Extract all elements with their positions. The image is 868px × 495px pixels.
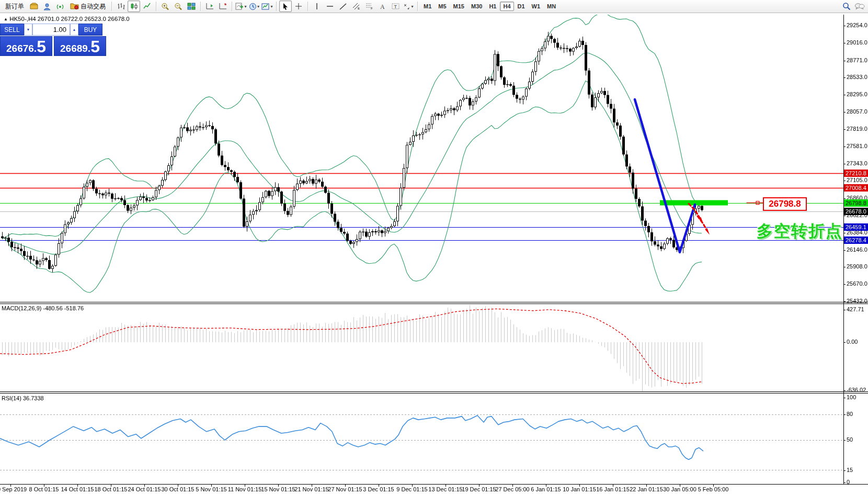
turning-point-note[interactable]: 多空转折点 (757, 220, 843, 242)
timeframe-button-d1[interactable]: D1 (515, 2, 528, 11)
zoom-in-icon[interactable] (159, 1, 172, 12)
toolbar-separator (156, 2, 156, 11)
price-tick-label: 25908.0 (847, 263, 867, 269)
line-chart-icon[interactable] (141, 1, 153, 12)
timeframe-button-m5[interactable]: M5 (435, 2, 449, 11)
new-order-button[interactable]: 新订单 (2, 1, 27, 13)
dropdown-arrow-icon: ▾ (270, 4, 272, 9)
time-tick-label: 5 Feb 05:00 (698, 486, 729, 492)
price-tick-label: 26146.0 (847, 246, 867, 253)
toolbar-separator (307, 2, 308, 11)
timeframe-button-w1[interactable]: W1 (529, 2, 544, 11)
bar-chart-icon[interactable] (115, 1, 127, 12)
indicator-tick-label: 100 (847, 394, 856, 400)
time-tick-label: 27 Dec 05:00 (495, 486, 529, 492)
autotrade-folder-icon (70, 2, 79, 11)
price-tick-label: 28533.0 (847, 74, 867, 80)
volume-input[interactable]: 1.00 (32, 24, 70, 36)
sell-price-pips: 5 (37, 39, 46, 54)
time-tick-label: 30 Oct 01:15 (162, 486, 195, 492)
symbol-ohlc-line: ▲ HK50-,H4 26701.0 26722.0 26523.0 26678… (4, 16, 130, 22)
price-tick-label: 27105.0 (847, 177, 867, 183)
svg-text:E: E (358, 7, 360, 10)
fibonacci-icon[interactable]: F (363, 1, 375, 12)
tile-windows-icon[interactable] (185, 1, 198, 12)
price-tick-label: 27581.0 (847, 143, 867, 149)
new-chart-dropdown[interactable]: ▾ (235, 1, 247, 12)
time-tick-label: 14 Oct 01:15 (61, 486, 94, 492)
chart-shift-icon[interactable] (203, 1, 216, 12)
profile-icon[interactable] (41, 1, 53, 12)
new-order-button-label: 新订单 (5, 2, 24, 11)
indicator-tick-label: 80 (847, 411, 853, 417)
horizontal-line-icon[interactable] (324, 1, 336, 12)
buy-price-button[interactable]: 26689.5 (54, 36, 106, 56)
price-callout[interactable]: 26798.8 (763, 197, 807, 211)
price-level-badge: 26278.4 (844, 237, 868, 244)
timeframe-button-m15[interactable]: M15 (450, 2, 467, 11)
crosshair-icon[interactable] (292, 1, 305, 12)
trade-panel-prices: 26676.5 26689.5 (0, 36, 108, 56)
buy-price-main: 26689. (60, 43, 90, 54)
price-callout-text: 26798.8 (769, 199, 801, 209)
indicator-tick-label: -636.02 (847, 387, 866, 393)
price-tick-label: 29254.0 (847, 22, 867, 28)
chat-icon[interactable] (853, 1, 866, 12)
trade-panel-controls: SELL ▾ 1.00 ▴ BUY (0, 24, 108, 36)
candlestick-icon[interactable] (128, 1, 140, 12)
time-tick-label: 15 Nov 01:15 (261, 486, 295, 492)
time-tick-label: 30 Sep 2019 (0, 486, 27, 492)
time-tick-label: 21 Nov 01:15 (294, 486, 328, 492)
arrows-dropdown[interactable]: ▾ (402, 1, 415, 12)
toolbar-separator (417, 2, 418, 11)
auto-scroll-icon[interactable] (216, 1, 229, 12)
time-tick-label: 24 Oct 01:15 (128, 486, 161, 492)
symbol-ohlc-text: HK50-,H4 26701.0 26722.0 26523.0 26678.0 (9, 16, 130, 22)
time-tick-label: 5 Nov 01:15 (196, 486, 226, 492)
cursor-icon[interactable] (279, 1, 292, 12)
timeframe-button-m1[interactable]: M1 (420, 2, 435, 11)
autotrade-button[interactable]: 自动交易 (67, 1, 109, 13)
channel-icon[interactable]: E (350, 1, 362, 12)
toolbar-separator (111, 2, 112, 11)
label-icon[interactable]: T (389, 1, 402, 12)
vertical-line-icon[interactable] (311, 1, 323, 12)
toolbar-separator (276, 2, 277, 11)
zoom-out-icon[interactable] (172, 1, 185, 12)
timeframe-button-h1[interactable]: H1 (486, 2, 499, 11)
time-tick-label: 27 Nov 01:15 (328, 486, 362, 492)
svg-text:A: A (380, 3, 385, 10)
price-tick-label: 27343.0 (847, 160, 867, 166)
timeframe-button-mn[interactable]: MN (544, 2, 559, 11)
timeframe-button-h4[interactable]: H4 (500, 2, 513, 11)
toolbar-separator (200, 2, 201, 11)
sell-button[interactable]: SELL (0, 24, 24, 36)
template-dropdown[interactable]: ▾ (261, 1, 273, 12)
volume-decrease-button[interactable]: ▾ (24, 24, 32, 36)
chart-active-icon: ▲ (4, 17, 8, 21)
price-tick-label: 28057.0 (847, 108, 867, 115)
macd-label: MACD(12,26,9) -480.56 -518.76 (2, 305, 84, 311)
main-toolbar: 新订单自动交易▾▾▾EFAT▾M1M5M15M30H1H4D1W1MN (0, 0, 868, 13)
chart-canvas[interactable] (0, 0, 868, 495)
text-icon[interactable]: A (376, 1, 389, 12)
trendline-icon[interactable] (337, 1, 349, 12)
autotrade-button-label: 自动交易 (81, 2, 106, 11)
signal-icon[interactable] (54, 1, 66, 12)
timeframe-button-m30[interactable]: M30 (468, 2, 485, 11)
price-tick-label: 25432.0 (847, 298, 867, 304)
buy-button[interactable]: BUY (78, 24, 102, 36)
price-tick-label: 28771.0 (847, 57, 867, 63)
price-tick-label: 27819.0 (847, 126, 867, 132)
chart-window-icon[interactable] (28, 1, 40, 12)
time-tick-label: 22 Jan 01:15 (630, 486, 663, 492)
sell-price-main: 26676. (6, 43, 37, 54)
time-tick-label: 6 Jan 01:15 (531, 486, 561, 492)
period-dropdown[interactable]: ▾ (248, 1, 260, 12)
indicator-tick-label: 0.00 (847, 339, 858, 345)
rsi-label: RSI(14) 36.7338 (2, 395, 44, 401)
volume-increase-button[interactable]: ▴ (70, 24, 78, 36)
dropdown-arrow-icon: ▾ (411, 4, 413, 9)
sell-price-button[interactable]: 26676.5 (0, 36, 52, 56)
search-icon[interactable] (840, 1, 853, 12)
